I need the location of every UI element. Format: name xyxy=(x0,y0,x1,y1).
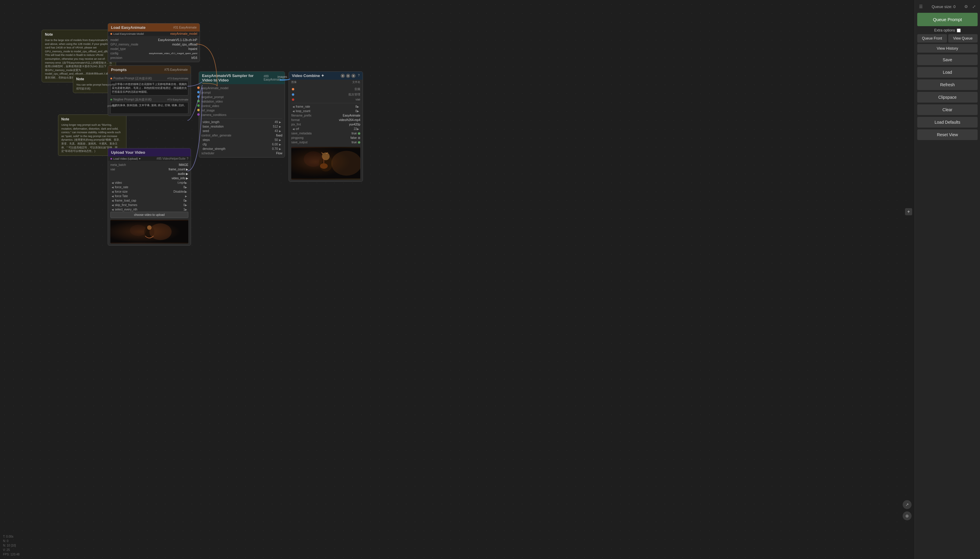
svg-point-8 xyxy=(320,163,328,169)
navigate-button[interactable]: ⊕ xyxy=(903,511,912,520)
n-detail-display: N: 10 [10] xyxy=(3,543,20,548)
filename-prefix-row: filename_prefix EasyAnimate xyxy=(291,113,360,118)
video-combine-header: Video Combine ✦ ● ● ● ? xyxy=(289,72,363,80)
reset-view-button[interactable]: Reset View xyxy=(917,129,978,140)
save-metadata-row: save_metadata true xyxy=(291,131,360,136)
meta-batch-row: meta_batch IMAGE xyxy=(110,163,188,167)
prompts-id: #75 EasyAnimate xyxy=(164,68,188,71)
skip-first-row: ◀ skip_first_frames 0 ▶ xyxy=(110,203,188,207)
sampler-title: EasyAnimateV5 Sampler for Video to Video xyxy=(202,73,264,83)
help-icon[interactable]: ? xyxy=(358,74,360,78)
model-row: model EasyAnimateV5.1-12b-zh-InP xyxy=(110,38,197,42)
audio-row: audio ▶ xyxy=(110,172,188,176)
positive-prompt-text[interactable]: 一只带着小外套的猫咪正在花园秋千上安静地弹奏吉他，视频的采光是暖色调的，毛茸上，… xyxy=(110,81,188,96)
format-row: format video/h264-mp4 xyxy=(291,118,360,122)
queue-front-button[interactable]: Queue Front xyxy=(917,34,947,43)
extra-options-row: Extra options xyxy=(915,27,980,34)
force-rate-row: ◀ force_rate 8 ▶ xyxy=(110,185,188,189)
load-easy-animate-header: Load EasyAnimate #31 EasyAnimate xyxy=(108,23,200,31)
audio-connector[interactable] xyxy=(292,88,294,90)
load-defaults-button[interactable]: Load Defaults xyxy=(917,117,978,127)
video-thumbnail xyxy=(110,220,188,243)
upload-video-header: Upload Your Video xyxy=(108,148,191,156)
note-text-1: Due to the large size of models from Eas… xyxy=(45,38,113,80)
audio-combine-row: 音频 xyxy=(291,86,360,92)
output-label: easyAnimate_model xyxy=(170,32,197,35)
batch-connector[interactable] xyxy=(292,93,294,96)
pix-fmt-row: pix_fmt yuv420p xyxy=(291,122,360,127)
frame-rate-row: ◀ frame_rate 8 ▶ xyxy=(291,104,360,109)
config-row: config easyAnimate_video_v5.1_magvit_qwe… xyxy=(110,51,197,56)
svg-point-9 xyxy=(332,151,360,176)
n-display: N: 0 xyxy=(3,539,20,543)
clipspace-button[interactable]: Clipspace xyxy=(917,92,978,103)
settings-icon[interactable]: ⚙ xyxy=(963,3,969,10)
cfg-row: cfg 6.00 ▶ xyxy=(201,142,282,147)
bottom-right-actions: ↗ ⊕ xyxy=(903,500,912,520)
force-tate-row: ◀ force Tate ▶ xyxy=(110,194,188,198)
load-button[interactable]: Load xyxy=(917,67,978,78)
refresh-button[interactable]: Refresh xyxy=(917,79,978,90)
clear-button[interactable]: Clear xyxy=(917,104,978,115)
sampler-content: easyAnimate_model prompt negative_prompt… xyxy=(199,84,285,157)
sampler-header: EasyAnimateV5 Sampler for Video to Video… xyxy=(199,72,285,84)
video-combine-node: Video Combine ✦ ● ● ● ? 图像 文件名 音频 批次管理 xyxy=(289,71,363,182)
sampler-model-row: easyAnimate_model xyxy=(201,86,282,90)
svg-point-10 xyxy=(304,151,323,167)
view-queue-button[interactable]: View Queue xyxy=(948,34,978,43)
precision-row: precision bf16 xyxy=(110,56,197,60)
upload-video-node: Upload Your Video Load Video (Upload) ✦ … xyxy=(108,148,191,246)
sampler-prompt-row: prompt xyxy=(201,90,282,95)
vae-combine-row: vae xyxy=(291,97,360,102)
load-easy-animate-title: Load EasyAnimate xyxy=(111,25,146,30)
vae-connector[interactable] xyxy=(292,98,294,101)
prompts-header: Prompts #75 EasyAnimate xyxy=(108,66,191,74)
control-after-row: control_after_generate fixed xyxy=(201,133,282,138)
load-easy-animate-content: model EasyAnimateV5.1-12b-zh-InP GPU_mem… xyxy=(108,36,200,62)
expand-icon[interactable]: ⤢ xyxy=(971,3,977,10)
batch-manage-row: 批次管理 xyxy=(291,92,360,97)
sampler-camera-row: camera_conditions xyxy=(201,113,282,117)
upload-video-help[interactable]: ? xyxy=(187,157,188,160)
note-title-1: Note xyxy=(45,32,113,36)
icon-circle-2[interactable]: ● xyxy=(346,74,350,78)
sampler-neg-prompt-row: negative_prompt xyxy=(201,95,282,99)
frame-load-cap-row: ◀ frame_load_cap 0 ▶ xyxy=(110,198,188,203)
add-node-button[interactable]: + xyxy=(905,208,912,215)
upload-video-subtitle: Load Video (Upload) ✦ #85 VideoHelperSui… xyxy=(108,156,191,161)
prompts-content: Positive Prompt (正向提示词) #73 EasyAnimate … xyxy=(108,74,191,116)
menu-icon[interactable]: ☰ xyxy=(918,3,924,10)
pingpong-row: pingpong false xyxy=(291,136,360,140)
right-sidebar: ☰ Queue size: 0 ⚙ ⤢ Queue Prompt Extra o… xyxy=(915,0,980,559)
loop-count-row: ◀ loop_count 0 ▶ xyxy=(291,109,360,113)
icon-circle-3[interactable]: ● xyxy=(352,74,355,78)
save-button[interactable]: Save xyxy=(917,55,978,65)
force-size-row: ◀ force size Disabled ▶ xyxy=(110,189,188,194)
time-display: T: 0.00s xyxy=(3,534,20,539)
view-history-button[interactable]: View History xyxy=(917,44,978,53)
prompts-title: Prompts xyxy=(111,68,127,72)
sidebar-header: ☰ Queue size: 0 ⚙ ⤢ xyxy=(915,2,980,12)
icon-circle-1[interactable]: ● xyxy=(341,74,345,78)
connect-button[interactable]: ↗ xyxy=(903,500,912,509)
negative-prompt-text[interactable]: 摇摆的身体, 肢体扭曲, 文本字幕, 漫画, 静止, 巨噪, 镜像, 且斜。 xyxy=(110,102,188,114)
upload-video-title: Upload Your Video xyxy=(111,150,145,155)
scheduler-row: scheduler Flow xyxy=(201,151,282,155)
canvas: Note Due to the large size of models fro… xyxy=(0,0,980,559)
save-output-row: save_output true xyxy=(291,140,360,144)
extra-options-checkbox[interactable] xyxy=(957,28,961,32)
note-title-3: Note xyxy=(61,117,123,121)
svg-point-4 xyxy=(130,225,147,236)
video-combine-content: 音频 批次管理 vae ◀ frame_rate 8 ▶ ◀ loop_coun… xyxy=(289,85,363,181)
steps-row: steps 50 ▶ xyxy=(201,138,282,142)
queue-prompt-button[interactable]: Queue Prompt xyxy=(917,13,978,26)
extra-options-label: Extra options xyxy=(934,28,955,32)
vae-row: vae frame_count ▶ xyxy=(110,167,188,172)
svg-point-3 xyxy=(149,223,172,240)
sampler-control-row: control_video xyxy=(201,104,282,108)
video-combine-preview xyxy=(291,147,360,180)
video-combine-icons: ● ● ● ? xyxy=(341,74,360,78)
video-combine-title: Video Combine ✦ xyxy=(292,73,324,78)
seed-row: seed 43 ▶ xyxy=(201,129,282,133)
upload-video-button[interactable]: choose video to upload xyxy=(110,212,188,218)
